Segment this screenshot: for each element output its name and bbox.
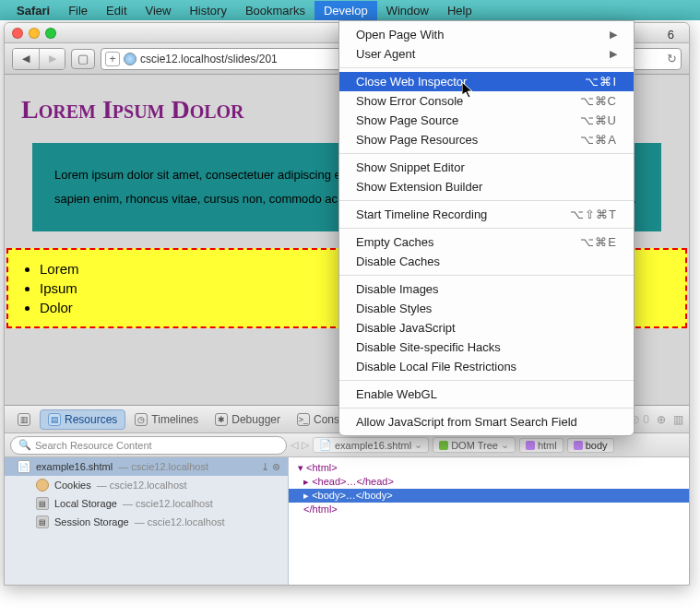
search-placeholder: Search Resource Content — [35, 440, 152, 451]
file-icon: 📄 — [18, 460, 30, 473]
resource-name: Session Storage — [54, 516, 129, 527]
menu-item-label: Enable WebGL — [356, 387, 617, 401]
dom-node[interactable]: ▸ <head>…</head> — [289, 475, 689, 489]
resource-name: example16.shtml — [36, 461, 113, 472]
back-button[interactable]: ◀ — [13, 49, 39, 69]
url-text: cscie12.localhost/slides/201 — [140, 53, 278, 65]
resource-name: Cookies — [54, 480, 91, 491]
menu-shortcut: ⌥⌘I — [585, 75, 617, 89]
crumb-domtree[interactable]: DOM Tree ⌄ — [433, 437, 516, 453]
menu-item[interactable]: Show Snippet Editor — [339, 158, 634, 177]
menu-separator — [339, 200, 634, 201]
menu-item[interactable]: Disable Images — [339, 279, 634, 299]
resource-row[interactable]: 📄 example16.shtml — cscie12.localhost ⤓ … — [5, 457, 288, 476]
system-menubar: Safari File Edit View History Bookmarks … — [0, 0, 700, 20]
menu-item[interactable]: Close Web Inspector⌥⌘I — [339, 72, 634, 91]
search-input[interactable]: 🔍 Search Resource Content — [10, 436, 287, 455]
resource-host: — cscie12.localhost — [123, 498, 213, 509]
right-sidebar-toggle[interactable]: ▥ — [673, 413, 683, 426]
menubar-edit[interactable]: Edit — [97, 1, 136, 20]
window-zoom-button[interactable] — [45, 28, 56, 39]
forward-button[interactable]: ▶ — [39, 49, 65, 69]
menu-item[interactable]: Start Timeline Recording⌥⇧⌘T — [339, 205, 634, 224]
window-minimize-button[interactable] — [29, 28, 40, 39]
add-bookmark-icon[interactable]: + — [105, 52, 120, 66]
nav-group: ◀ ▶ — [12, 48, 65, 70]
menu-shortcut: ⌥⇧⌘T — [570, 207, 617, 221]
storage-icon: ▤ — [36, 497, 49, 510]
crumb-file[interactable]: 📄 example16.shtml ⌄ — [313, 437, 429, 453]
menu-item-label: Open Page With — [356, 28, 610, 41]
menu-item[interactable]: Enable WebGL — [339, 385, 634, 404]
menu-shortcut: ⌥⌘C — [580, 94, 617, 108]
menu-item[interactable]: Empty Caches⌥⌘E — [339, 232, 634, 252]
menubar-develop[interactable]: Develop — [314, 1, 377, 20]
menu-shortcut: ⌥⌘U — [580, 113, 617, 127]
menubar-bookmarks[interactable]: Bookmarks — [236, 1, 314, 20]
dom-node[interactable]: ▾ <html> — [289, 461, 689, 475]
menu-separator — [339, 228, 634, 229]
menu-item[interactable]: Disable JavaScript — [339, 318, 634, 338]
dom-tree[interactable]: ▾ <html> ▸ <head>…</head> ▸ <body>…</bod… — [289, 457, 689, 585]
resources-sidebar: 📄 example16.shtml — cscie12.localhost ⤓ … — [5, 457, 289, 585]
tab-count-badge: 6 — [668, 28, 674, 41]
menu-shortcut: ⌥⌘E — [580, 235, 617, 249]
crumb-back-icon[interactable]: ◁ — [291, 439, 298, 451]
resource-row[interactable]: ▤ Local Storage — cscie12.localhost — [5, 494, 288, 513]
cookie-icon — [36, 479, 49, 492]
breadcrumb: ◁ ▷ 📄 example16.shtml ⌄ DOM Tree ⌄ html … — [287, 437, 683, 453]
menubar-view[interactable]: View — [136, 1, 181, 20]
menu-item[interactable]: Allow JavaScript from Smart Search Field — [339, 412, 634, 432]
dom-node[interactable]: </html> — [289, 503, 689, 515]
resource-host: — cscie12.localhost — [135, 516, 225, 527]
menu-item-label: Start Timeline Recording — [356, 207, 570, 221]
element-picker-icon[interactable]: ⊕ — [657, 413, 666, 426]
menu-item-label: Disable Images — [356, 282, 617, 296]
menu-item[interactable]: Show Error Console⌥⌘C — [339, 91, 634, 111]
menu-shortcut: ⌥⌘A — [580, 133, 617, 147]
menubar-window[interactable]: Window — [377, 1, 438, 20]
menu-item-label: Disable Styles — [356, 302, 617, 315]
menu-item-label: User Agent — [356, 47, 610, 61]
menu-item-label: Disable Caches — [356, 255, 617, 268]
crumb-body[interactable]: body — [567, 438, 614, 453]
menu-item-label: Allow JavaScript from Smart Search Field — [356, 415, 617, 429]
bookmarks-button[interactable]: ▢ — [71, 49, 95, 69]
menubar-file[interactable]: File — [59, 1, 97, 20]
menu-item[interactable]: User Agent▶ — [339, 44, 634, 64]
resource-host: — cscie12.localhost — [118, 461, 208, 472]
inspector-sidebar-toggle[interactable]: ▥ — [10, 410, 38, 429]
tab-timelines[interactable]: ◷Timelines — [127, 410, 206, 429]
tab-debugger[interactable]: ✱Debugger — [208, 410, 288, 429]
menu-separator — [339, 153, 634, 154]
menu-item[interactable]: Disable Styles — [339, 299, 634, 318]
menubar-history[interactable]: History — [180, 1, 235, 20]
tab-resources[interactable]: ▤Resources — [40, 409, 125, 430]
resource-row[interactable]: Cookies — cscie12.localhost — [5, 476, 288, 494]
menu-item-label: Close Web Inspector — [356, 75, 585, 89]
reload-icon[interactable]: ↻ — [667, 52, 677, 65]
develop-menu: Open Page With▶User Agent▶Close Web Insp… — [338, 20, 635, 436]
site-icon — [124, 53, 136, 65]
crumb-html[interactable]: html — [519, 438, 564, 453]
menubar-help[interactable]: Help — [438, 1, 481, 20]
menu-item-label: Disable JavaScript — [356, 321, 617, 335]
menu-item[interactable]: Show Page Resources⌥⌘A — [339, 130, 634, 149]
menu-item[interactable]: Open Page With▶ — [339, 25, 634, 44]
crumb-fwd-icon[interactable]: ▷ — [302, 439, 309, 451]
menu-item[interactable]: Show Extension Builder — [339, 177, 634, 196]
menu-item[interactable]: Disable Site-specific Hacks — [339, 338, 634, 357]
inspector-subbar: 🔍 Search Resource Content ◁ ▷ 📄 example1… — [5, 433, 689, 457]
menu-separator — [339, 408, 634, 409]
resource-row[interactable]: ▤ Session Storage — cscie12.localhost — [5, 513, 288, 531]
menu-item-label: Show Snippet Editor — [356, 160, 617, 174]
menubar-app[interactable]: Safari — [7, 1, 59, 20]
window-close-button[interactable] — [12, 28, 23, 39]
menu-separator — [339, 275, 634, 276]
dom-node-selected[interactable]: ▸ <body>…</body> — [289, 489, 689, 503]
menu-item[interactable]: Disable Caches — [339, 252, 634, 271]
menu-item[interactable]: Show Page Source⌥⌘U — [339, 111, 634, 130]
menu-item[interactable]: Disable Local File Restrictions — [339, 357, 634, 376]
resource-actions[interactable]: ⤓ ⊚ — [261, 461, 280, 473]
menu-item-label: Disable Site-specific Hacks — [356, 340, 617, 354]
